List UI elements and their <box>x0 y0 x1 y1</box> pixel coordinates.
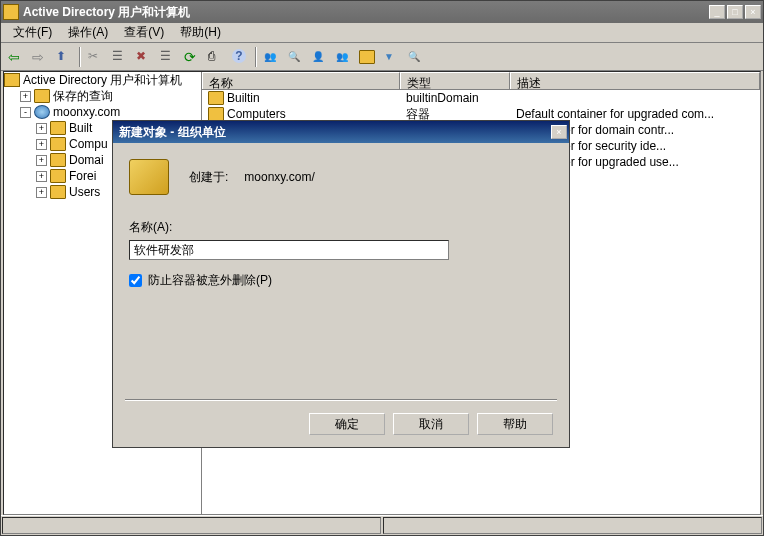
folder-icon <box>208 91 224 105</box>
folder-icon <box>50 169 66 183</box>
new-user-button[interactable] <box>309 46 331 68</box>
tree-label: Compu <box>69 137 108 151</box>
ou-icon <box>129 159 169 195</box>
folder-icon <box>50 153 66 167</box>
name-label: 名称(A): <box>129 219 553 236</box>
cell-name: Builtin <box>227 91 260 105</box>
back-icon <box>8 49 24 65</box>
help-button[interactable] <box>229 46 251 68</box>
globe-icon <box>34 105 50 119</box>
protect-label: 防止容器被意外删除(P) <box>148 272 272 289</box>
export-button[interactable] <box>205 46 227 68</box>
app-icon <box>3 4 19 20</box>
maximize-button[interactable]: □ <box>727 5 743 19</box>
tree-label: Forei <box>69 169 96 183</box>
ok-button[interactable]: 确定 <box>309 413 385 435</box>
dialog-title: 新建对象 - 组织单位 <box>115 124 551 141</box>
filter-button[interactable] <box>381 46 403 68</box>
props-icon <box>112 49 128 65</box>
col-desc[interactable]: 描述 <box>510 72 760 89</box>
delete-icon <box>136 49 152 65</box>
ad-icon <box>4 73 20 87</box>
folder-icon <box>50 137 66 151</box>
expander-icon[interactable]: + <box>20 91 31 102</box>
props-button[interactable] <box>109 46 131 68</box>
properties-icon <box>160 49 176 65</box>
up-icon <box>56 49 72 65</box>
folder-icon <box>50 121 66 135</box>
toolbar-sep <box>255 47 257 67</box>
menu-file[interactable]: 文件(F) <box>5 22 60 43</box>
tree-label: Users <box>69 185 100 199</box>
new-ou-button[interactable] <box>357 46 379 68</box>
users-button[interactable] <box>261 46 283 68</box>
close-button[interactable]: × <box>745 5 761 19</box>
tree-label: 保存的查询 <box>53 88 113 105</box>
search-button[interactable] <box>405 46 427 68</box>
users-icon <box>264 49 280 65</box>
folder-icon <box>34 89 50 103</box>
new-group-icon <box>336 49 352 65</box>
expander-icon[interactable]: + <box>36 139 47 150</box>
tree-root[interactable]: Active Directory 用户和计算机 <box>4 72 201 88</box>
expander-icon[interactable]: + <box>36 171 47 182</box>
delete-button[interactable] <box>133 46 155 68</box>
tree-label: Domai <box>69 153 104 167</box>
expander-icon[interactable]: + <box>36 155 47 166</box>
menu-view[interactable]: 查看(V) <box>116 22 172 43</box>
find-button[interactable] <box>285 46 307 68</box>
cell-name: Computers <box>227 107 286 121</box>
expander-icon[interactable]: + <box>36 123 47 134</box>
menubar: 文件(F) 操作(A) 查看(V) 帮助(H) <box>1 23 763 43</box>
expander-icon[interactable]: - <box>20 107 31 118</box>
tree-label: Active Directory 用户和计算机 <box>23 72 182 89</box>
col-name[interactable]: 名称 <box>202 72 400 89</box>
tree-label: moonxy.com <box>53 105 120 119</box>
new-group-button[interactable] <box>333 46 355 68</box>
status-cell <box>2 517 381 534</box>
menu-help[interactable]: 帮助(H) <box>172 22 229 43</box>
up-button[interactable] <box>53 46 75 68</box>
refresh-icon <box>184 49 200 65</box>
folder-icon <box>50 185 66 199</box>
protect-checkbox[interactable] <box>129 274 142 287</box>
list-header: 名称 类型 描述 <box>202 72 760 90</box>
name-input[interactable] <box>129 240 449 260</box>
status-cell <box>383 517 762 534</box>
dialog-titlebar[interactable]: 新建对象 - 组织单位 × <box>113 121 569 143</box>
tree-saved-queries[interactable]: + 保存的查询 <box>4 88 201 104</box>
toolbar-sep <box>79 47 81 67</box>
new-user-icon <box>312 49 328 65</box>
forward-button[interactable] <box>29 46 51 68</box>
dialog-separator <box>125 399 557 401</box>
list-row[interactable]: BuiltinbuiltinDomain <box>202 90 760 106</box>
refresh-button[interactable] <box>181 46 203 68</box>
toolbar <box>1 43 763 71</box>
forward-icon <box>32 49 48 65</box>
cancel-button[interactable]: 取消 <box>393 413 469 435</box>
help-button[interactable]: 帮助 <box>477 413 553 435</box>
tree-domain[interactable]: - moonxy.com <box>4 104 201 120</box>
cut-button[interactable] <box>85 46 107 68</box>
help-icon <box>232 49 248 65</box>
properties-button[interactable] <box>157 46 179 68</box>
statusbar <box>1 515 763 535</box>
dialog-close-button[interactable]: × <box>551 125 567 139</box>
folder-icon <box>208 107 224 121</box>
main-titlebar[interactable]: Active Directory 用户和计算机 _ □ × <box>1 1 763 23</box>
new-object-dialog: 新建对象 - 组织单位 × 创建于: moonxy.com/ 名称(A): 防止… <box>112 120 570 448</box>
created-in-label: 创建于: <box>189 169 228 186</box>
menu-action[interactable]: 操作(A) <box>60 22 116 43</box>
tree-label: Built <box>69 121 92 135</box>
expander-icon[interactable]: + <box>36 187 47 198</box>
back-button[interactable] <box>5 46 27 68</box>
cut-icon <box>88 49 104 65</box>
filter-icon <box>384 49 400 65</box>
col-type[interactable]: 类型 <box>400 72 510 89</box>
folder-icon <box>359 50 375 64</box>
window-title: Active Directory 用户和计算机 <box>23 4 709 21</box>
minimize-button[interactable]: _ <box>709 5 725 19</box>
dialog-body: 创建于: moonxy.com/ 名称(A): 防止容器被意外删除(P) 确定 … <box>113 143 569 305</box>
cell-desc: Default container for upgraded com... <box>510 107 760 121</box>
created-in-value: moonxy.com/ <box>244 170 314 184</box>
